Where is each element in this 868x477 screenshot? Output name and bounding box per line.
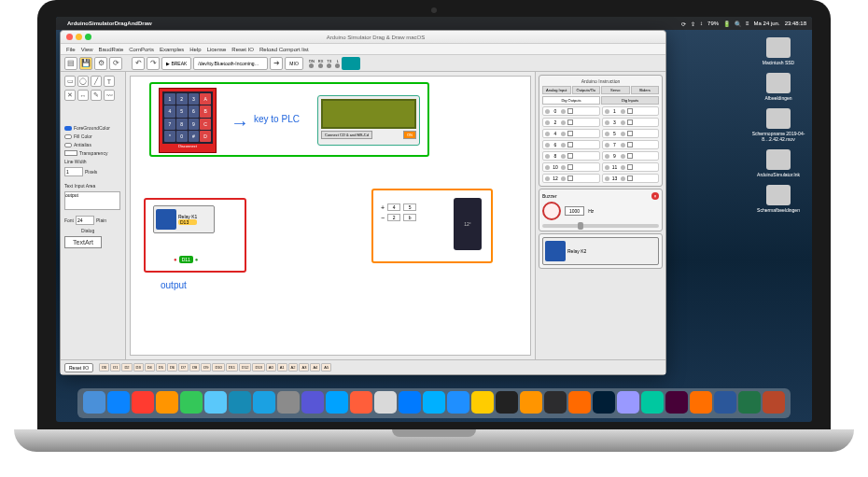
group-relay[interactable]: Relay K1 D13 ●D11●: [144, 198, 246, 273]
buzzer-freq[interactable]: 1000: [565, 206, 584, 216]
dock-app-icon[interactable]: [447, 391, 469, 414]
line-tool-icon[interactable]: ╱: [91, 76, 102, 87]
menu-item[interactable]: BaudRate: [99, 47, 124, 52]
move-tool-icon[interactable]: ↔: [77, 90, 89, 101]
dock-app-icon[interactable]: [641, 391, 664, 414]
zoom-icon[interactable]: [85, 34, 91, 40]
menubar-status-item[interactable]: ↕: [700, 21, 703, 26]
group-keypad-lcd[interactable]: 123A456B789C*0#D Disconnect → key to PLC…: [149, 82, 429, 157]
tab[interactable]: Dig Outputs: [542, 96, 600, 105]
keypad-key[interactable]: 3: [189, 93, 200, 105]
keypad-key[interactable]: *: [164, 131, 175, 142]
relay-k2-panel[interactable]: Relay K2: [539, 233, 663, 269]
keypad-key[interactable]: 4: [164, 105, 175, 117]
tab[interactable]: Dig Inputs: [601, 96, 659, 105]
menu-item[interactable]: View: [81, 47, 93, 52]
dock-app-icon[interactable]: [423, 391, 445, 414]
desktop-icon[interactable]: Macintosh SSD: [750, 37, 806, 65]
dock-app-icon[interactable]: [568, 391, 591, 414]
keypad-key[interactable]: #: [189, 131, 200, 142]
close-icon[interactable]: [66, 34, 73, 40]
keypad-key[interactable]: 8: [176, 119, 188, 130]
io-pin-cell[interactable]: 7: [602, 140, 660, 149]
menubar-status-item[interactable]: 🔋: [723, 21, 730, 27]
font-family-select[interactable]: Dialog: [81, 228, 121, 233]
io-pin-cell[interactable]: 2: [542, 118, 600, 127]
dock-app-icon[interactable]: [229, 391, 251, 414]
pin-button[interactable]: D4: [145, 363, 155, 372]
titlebar[interactable]: Arduino Simulator Drag & Draw macOS: [61, 31, 665, 44]
pin-button[interactable]: D2: [121, 363, 132, 372]
desktop-icon[interactable]: Schermafbeeldingen: [750, 185, 806, 213]
io-pin-cell[interactable]: 13: [602, 174, 660, 183]
menu-item[interactable]: File: [66, 47, 76, 52]
desktop-icon[interactable]: Afbeeldingen: [750, 73, 806, 101]
io-pin-cell[interactable]: 10: [542, 162, 600, 172]
antialias-checkbox[interactable]: [64, 143, 72, 147]
menubar-status-item[interactable]: 🔍: [735, 21, 741, 27]
keypad-component[interactable]: 123A456B789C*0#D Disconnect: [159, 88, 217, 153]
dock-app-icon[interactable]: [350, 391, 372, 414]
pin-button[interactable]: D8: [189, 363, 200, 372]
io-pin-cell[interactable]: 12: [542, 174, 600, 183]
new-file-icon[interactable]: ▤: [64, 57, 77, 70]
oval-tool-icon[interactable]: ◯: [77, 76, 89, 87]
dock-app-icon[interactable]: [326, 391, 348, 414]
buzzer-slider[interactable]: [542, 224, 659, 228]
text-input-area[interactable]: [64, 191, 120, 210]
dock-app-icon[interactable]: [544, 391, 567, 414]
refresh-icon[interactable]: ⟳: [109, 57, 122, 70]
io-pin-cell[interactable]: 5: [602, 129, 660, 138]
pin-button[interactable]: D1: [110, 363, 120, 372]
transparency-field[interactable]: [64, 150, 77, 156]
menu-item[interactable]: License: [207, 47, 227, 52]
pin-button[interactable]: D6: [167, 363, 177, 372]
pin-button[interactable]: D12: [239, 363, 251, 372]
pin-button[interactable]: D3: [133, 363, 144, 372]
dock-app-icon[interactable]: [132, 391, 154, 414]
keypad-key[interactable]: 0: [176, 131, 188, 142]
pin-button[interactable]: D5: [156, 363, 166, 372]
io-pin-cell[interactable]: 0: [542, 106, 600, 116]
menu-item[interactable]: Help: [189, 47, 201, 52]
dock-app-icon[interactable]: [83, 391, 105, 414]
pin-button[interactable]: D9: [201, 363, 211, 372]
keypad-key[interactable]: 5: [176, 105, 188, 117]
text-tool-icon[interactable]: T: [104, 76, 115, 87]
dock-app-icon[interactable]: [593, 391, 615, 414]
dock-app-icon[interactable]: [253, 391, 275, 414]
menu-item[interactable]: Reset IO: [231, 47, 254, 52]
fg-color-swatch[interactable]: [64, 126, 72, 131]
mio-button[interactable]: MIO: [285, 57, 302, 70]
pin-button[interactable]: A3: [299, 363, 309, 372]
pin-button[interactable]: D13: [252, 363, 264, 372]
lcd-on-button[interactable]: ON: [403, 131, 416, 139]
keypad-key[interactable]: C: [200, 119, 211, 130]
relay-k1[interactable]: Relay K1 D13: [153, 205, 215, 233]
dock-app-icon[interactable]: [690, 391, 712, 414]
menu-item[interactable]: Examples: [160, 47, 184, 52]
upload-icon[interactable]: ➜: [270, 57, 283, 70]
pin-button[interactable]: D7: [178, 363, 189, 372]
tab[interactable]: Analog Input: [542, 86, 571, 94]
io-pin-cell[interactable]: 1: [602, 106, 660, 116]
stepper-motor-icon[interactable]: 12°: [454, 198, 482, 250]
pin-button[interactable]: D0: [99, 363, 109, 372]
reset-io-button[interactable]: Reset I/O: [64, 363, 93, 372]
dock-app-icon[interactable]: [665, 391, 688, 414]
dock-app-icon[interactable]: [520, 391, 542, 414]
dock-app-icon[interactable]: [714, 391, 736, 414]
pin-button[interactable]: D11: [226, 363, 238, 372]
digital-pin-d11[interactable]: ●D11●: [174, 256, 198, 263]
minimize-icon[interactable]: [76, 34, 82, 40]
textart-button[interactable]: TextArt: [64, 236, 102, 248]
pin-button[interactable]: A5: [321, 363, 331, 372]
brush-tool-icon[interactable]: ✎: [91, 90, 102, 101]
dock-app-icon[interactable]: [399, 391, 421, 414]
rect-tool-icon[interactable]: ▭: [64, 76, 76, 87]
keypad-key[interactable]: 9: [189, 119, 200, 130]
io-pin-cell[interactable]: 11: [602, 162, 660, 172]
dock-app-icon[interactable]: [617, 391, 639, 414]
pin-button[interactable]: D10: [212, 363, 224, 372]
drawing-canvas[interactable]: 123A456B789C*0#D Disconnect → key to PLC…: [130, 76, 531, 356]
